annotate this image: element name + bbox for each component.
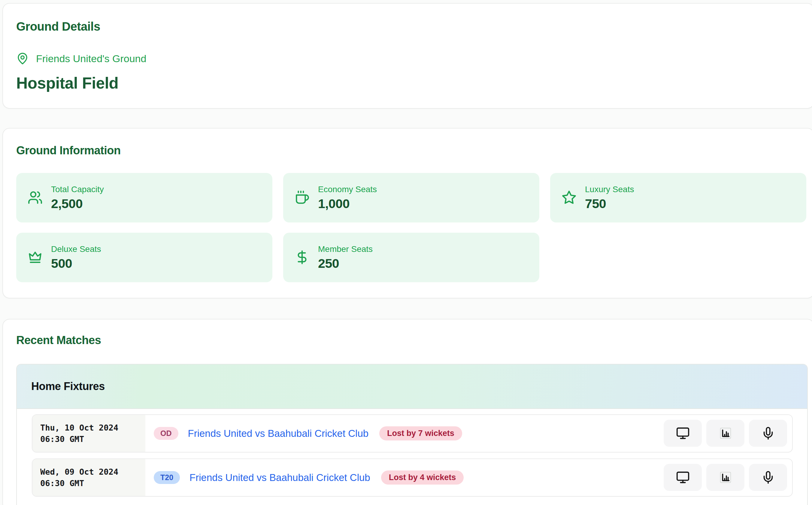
fixture-time: 06:30 GMT: [40, 435, 145, 443]
fixture-time: 06:30 GMT: [40, 479, 145, 487]
fixture-row: Thu, 10 Oct 2024 06:30 GMT OD Friends Un…: [32, 414, 793, 453]
ground-name: Hospital Field: [16, 75, 802, 91]
fixture-actions: [664, 420, 787, 447]
match-link[interactable]: Friends United vs Baahubali Cricket Club: [189, 473, 370, 483]
stat-value: 250: [318, 257, 373, 270]
home-fixtures-panel: Home Fixtures Thu, 10 Oct 2024 06:30 GMT…: [16, 364, 808, 505]
result-badge: Lost by 4 wickets: [381, 471, 464, 485]
venue-row: Friends United's Ground: [16, 52, 802, 65]
commentary-button[interactable]: [749, 464, 787, 491]
home-fixtures-title: Home Fixtures: [31, 380, 105, 393]
bar-chart-icon: [718, 426, 733, 440]
format-badge: OD: [154, 427, 178, 440]
stat-tile-member-seats: Member Seats 250: [283, 233, 539, 282]
stat-value: 1,000: [318, 197, 377, 210]
section-title-ground-information: Ground Information: [16, 144, 802, 157]
venue-name: Friends United's Ground: [36, 53, 146, 64]
fixture-actions: [664, 464, 787, 491]
watch-button[interactable]: [664, 464, 702, 491]
watch-button[interactable]: [664, 420, 702, 447]
map-pin-icon: [16, 52, 29, 65]
format-badge: T20: [154, 471, 180, 484]
fixture-row: Wed, 09 Oct 2024 06:30 GMT T20 Friends U…: [32, 459, 793, 497]
commentary-button[interactable]: [749, 420, 787, 447]
stat-value: 2,500: [51, 197, 104, 210]
stat-value: 500: [51, 257, 101, 270]
users-icon: [28, 190, 43, 205]
dollar-icon: [295, 250, 310, 265]
stats-grid: Total Capacity 2,500 Economy Seats 1,000…: [16, 173, 802, 282]
coffee-icon: [295, 190, 310, 205]
stat-tile-economy-seats: Economy Seats 1,000: [283, 173, 539, 222]
bar-chart-icon: [718, 471, 733, 484]
recent-matches-card: Recent Matches Home Fixtures Thu, 10 Oct…: [2, 319, 812, 505]
stat-tile-deluxe-seats: Deluxe Seats 500: [16, 233, 272, 282]
stat-label: Deluxe Seats: [51, 245, 101, 254]
stat-label: Economy Seats: [318, 185, 377, 194]
stat-label: Member Seats: [318, 245, 373, 254]
stat-tile-total-capacity: Total Capacity 2,500: [16, 173, 272, 222]
mic-icon: [761, 426, 775, 440]
fixture-datetime: Thu, 10 Oct 2024 06:30 GMT: [32, 415, 145, 452]
stat-tile-luxury-seats: Luxury Seats 750: [550, 173, 806, 222]
stat-label: Luxury Seats: [585, 185, 634, 194]
crown-icon: [28, 250, 43, 265]
fixture-date: Wed, 09 Oct 2024: [40, 468, 145, 476]
monitor-icon: [676, 426, 690, 440]
home-fixtures-banner: Home Fixtures: [17, 364, 807, 409]
result-badge: Lost by 7 wickets: [379, 426, 462, 441]
stat-label: Total Capacity: [51, 185, 104, 194]
scorecard-button[interactable]: [706, 420, 745, 447]
match-link[interactable]: Friends United vs Baahubali Cricket Club: [188, 429, 369, 438]
scorecard-button[interactable]: [706, 464, 745, 491]
monitor-icon: [676, 471, 690, 484]
stat-value: 750: [585, 197, 634, 210]
ground-details-card: Ground Details Friends United's Ground H…: [2, 3, 812, 109]
fixture-datetime: Wed, 09 Oct 2024 06:30 GMT: [32, 459, 145, 496]
fixture-date: Thu, 10 Oct 2024: [40, 424, 145, 432]
page-title: Ground Details: [16, 20, 802, 32]
mic-icon: [761, 471, 775, 484]
fixture-list: Thu, 10 Oct 2024 06:30 GMT OD Friends Un…: [17, 409, 807, 497]
star-icon: [561, 190, 577, 205]
ground-information-card: Ground Information Total Capacity 2,500 …: [2, 128, 812, 299]
section-title-recent-matches: Recent Matches: [16, 334, 812, 347]
